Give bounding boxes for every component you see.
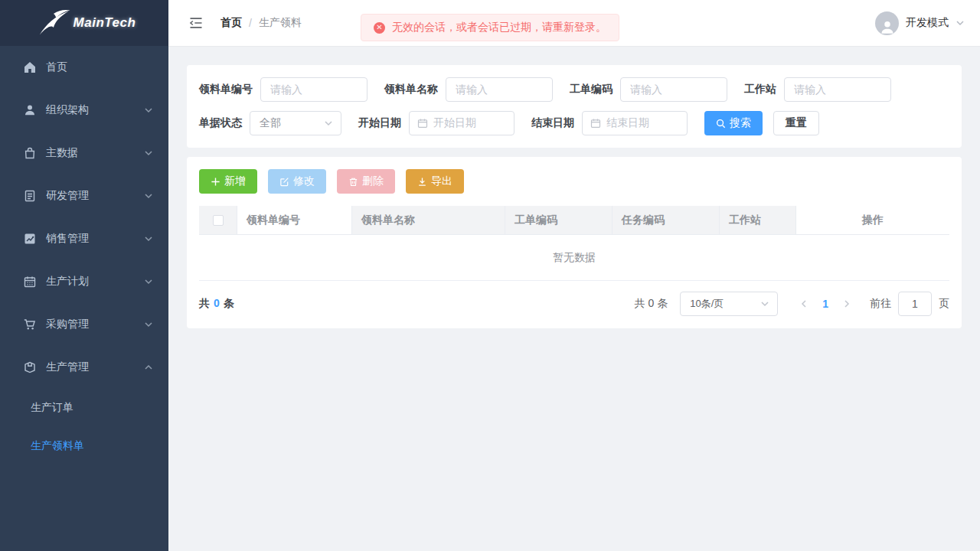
chevron-down-icon	[144, 148, 153, 158]
sidebar-item-purchase-management[interactable]: 采购管理	[0, 303, 168, 346]
sidebar-item-label: 首页	[46, 60, 67, 74]
sidebar-collapse-icon[interactable]	[188, 15, 204, 31]
goto-page-input[interactable]	[898, 292, 932, 316]
cart-icon	[23, 318, 37, 331]
calendar-icon	[417, 118, 428, 129]
sidebar-item-production-management[interactable]: 生产管理	[0, 346, 168, 389]
header-cell: 领料单编号	[237, 206, 352, 235]
header-cell: 工作站	[720, 206, 796, 235]
search-icon	[716, 119, 726, 129]
chevron-down-icon	[144, 320, 153, 329]
total-count-left: 共 0 条	[199, 297, 234, 311]
sidebar-item-label: 组织架构	[46, 103, 89, 117]
requisition-no-input[interactable]	[260, 77, 368, 102]
app-logo: MainTech	[0, 0, 168, 46]
end-date-picker[interactable]: 结束日期	[582, 111, 688, 135]
pagination-total: 共 0 条	[635, 297, 668, 311]
header-cell-actions: 操作	[796, 206, 949, 235]
filter-work-order-code: 工单编码	[570, 77, 727, 102]
add-button[interactable]: 新增	[199, 169, 257, 194]
chevron-down-icon	[760, 299, 769, 308]
user-menu[interactable]: 开发模式	[875, 11, 965, 35]
total-prefix: 共	[199, 297, 210, 311]
bag-icon	[23, 146, 37, 160]
sidebar-item-label: 生产计划	[46, 275, 89, 289]
calendar-icon	[23, 275, 37, 289]
start-date-picker[interactable]: 开始日期	[409, 111, 514, 135]
sidebar-item-sales-management[interactable]: 销售管理	[0, 217, 168, 260]
chevron-down-icon	[144, 191, 153, 201]
user-icon	[23, 103, 37, 117]
breadcrumb-home[interactable]: 首页	[220, 16, 242, 30]
filter-row-2: 单据状态 全部 开始日期	[199, 111, 949, 135]
reset-button-label: 重置	[786, 116, 807, 130]
page-size-value: 10条/页	[690, 297, 724, 311]
app-root: MainTech 首页 组织架构	[0, 0, 980, 551]
page-number-1[interactable]: 1	[822, 298, 828, 310]
header-cell: 领料单名称	[352, 206, 505, 235]
breadcrumb-current: 生产领料	[259, 16, 302, 30]
chevron-up-icon	[144, 363, 153, 372]
prev-page-icon[interactable]	[799, 299, 808, 308]
header-cell-select	[199, 206, 237, 235]
document-icon	[23, 189, 37, 203]
export-button[interactable]: 导出	[406, 169, 464, 194]
total-suffix: 条	[224, 297, 234, 311]
field-label: 工单编码	[570, 83, 612, 96]
sidebar-item-label: 主数据	[46, 146, 78, 160]
search-button[interactable]: 搜索	[704, 111, 763, 135]
chart-icon	[23, 232, 37, 246]
home-icon	[23, 60, 37, 74]
sidebar-item-production-plan[interactable]: 生产计划	[0, 260, 168, 303]
table-toolbar: 新增 修改 删除 导出	[199, 169, 949, 194]
select-all-checkbox[interactable]	[213, 215, 224, 226]
data-table: 领料单编号 领料单名称 工单编码 任务编码 工作站 操作 暂无数据	[199, 206, 949, 281]
sidebar-item-production-requisition[interactable]: 生产领料单	[0, 427, 168, 465]
sidebar-item-production-order[interactable]: 生产订单	[0, 389, 168, 427]
status-select[interactable]: 全部	[250, 111, 341, 135]
header-cell: 工单编码	[505, 206, 612, 235]
work-order-code-input[interactable]	[620, 77, 727, 102]
reset-button[interactable]: 重置	[773, 111, 819, 135]
chevron-down-icon	[144, 234, 153, 243]
field-label: 结束日期	[531, 116, 574, 130]
filter-status: 单据状态 全部	[199, 111, 341, 135]
download-icon	[417, 177, 427, 187]
page-size-select[interactable]: 10条/页	[680, 292, 778, 316]
chevron-down-icon	[144, 277, 153, 286]
chevron-down-icon	[144, 106, 153, 115]
table-empty-state: 暂无数据	[199, 235, 949, 281]
sidebar-item-home[interactable]: 首页	[0, 46, 168, 89]
filter-workstation: 工作站	[744, 77, 891, 102]
calendar-icon	[590, 118, 601, 129]
field-label: 领料单编号	[199, 83, 253, 96]
submenu-item-label: 生产领料单	[31, 439, 84, 453]
sidebar-menu: 首页 组织架构 主数据	[0, 46, 168, 551]
end-date-placeholder: 结束日期	[606, 116, 649, 130]
field-label: 开始日期	[358, 116, 401, 130]
field-label: 单据状态	[199, 116, 242, 130]
logo-swoosh-icon	[33, 8, 73, 37]
table-panel: 新增 修改 删除 导出	[187, 157, 962, 328]
sidebar-item-organization[interactable]: 组织架构	[0, 89, 168, 132]
filter-panel: 领料单编号 领料单名称 工单编码 工作站	[187, 65, 962, 148]
workstation-input[interactable]	[784, 77, 891, 102]
status-select-value: 全部	[260, 116, 281, 130]
total-count: 0	[214, 297, 220, 311]
table-footer: 共 0 条 共 0 条 10条/页	[199, 292, 949, 316]
table-header-row: 领料单编号 领料单名称 工单编码 任务编码 工作站 操作	[199, 206, 949, 235]
add-button-label: 新增	[224, 174, 246, 188]
sidebar-item-master-data[interactable]: 主数据	[0, 132, 168, 174]
avatar	[875, 11, 899, 35]
requisition-name-input[interactable]	[446, 77, 553, 102]
next-page-icon[interactable]	[842, 299, 851, 308]
header-cell: 任务编码	[612, 206, 720, 235]
sidebar: MainTech 首页 组织架构	[0, 0, 168, 551]
sidebar-item-rd-management[interactable]: 研发管理	[0, 174, 168, 217]
edit-icon	[279, 177, 289, 187]
filter-requisition-no: 领料单编号	[199, 77, 368, 102]
delete-button-label: 删除	[362, 174, 384, 188]
edit-button-label: 修改	[293, 174, 315, 188]
export-button-label: 导出	[431, 174, 452, 188]
logo-text: MainTech	[74, 15, 136, 31]
